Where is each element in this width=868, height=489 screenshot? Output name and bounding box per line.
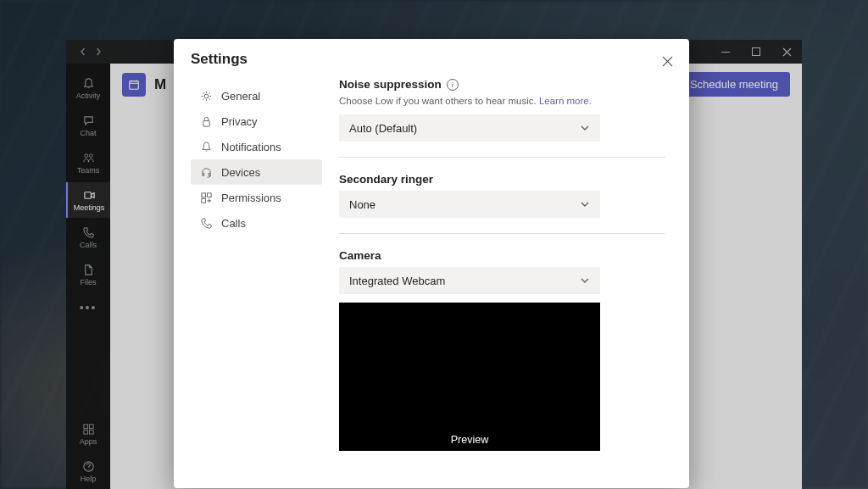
section-title: Camera (339, 249, 381, 262)
lock-icon (199, 114, 213, 128)
nav-label: Calls (221, 217, 246, 230)
camera-dropdown[interactable]: Integrated Webcam (339, 267, 600, 294)
settings-content: Noise suppression i Choose Low if you wa… (339, 51, 672, 488)
bell-icon (199, 140, 213, 153)
settings-nav-privacy[interactable]: Privacy (191, 108, 322, 134)
svg-rect-13 (201, 198, 205, 203)
noise-suppression-section: Noise suppression i Choose Low if you wa… (339, 78, 665, 158)
gear-icon (199, 89, 213, 103)
dropdown-value: Integrated Webcam (349, 275, 445, 287)
section-description: Choose Low if you want others to hear mu… (339, 96, 665, 106)
svg-rect-11 (201, 192, 205, 197)
settings-title: Settings (191, 51, 322, 68)
settings-dialog: Settings General Privacy Notifications D… (174, 39, 689, 488)
settings-sidebar: Settings General Privacy Notifications D… (191, 51, 322, 488)
headset-icon (199, 165, 213, 179)
secondary-ringer-section: Secondary ringer None (339, 173, 665, 234)
close-dialog-button[interactable] (657, 51, 677, 71)
nav-label: General (221, 90, 260, 103)
section-title: Noise suppression (339, 78, 442, 91)
section-title: Secondary ringer (339, 173, 433, 186)
info-icon[interactable]: i (447, 79, 459, 91)
camera-section: Camera Integrated Webcam Preview (339, 249, 665, 466)
settings-nav-devices[interactable]: Devices (191, 159, 322, 185)
camera-preview: Preview (339, 303, 600, 451)
nav-label: Privacy (221, 115, 258, 128)
svg-rect-10 (203, 120, 209, 126)
chevron-down-icon (580, 199, 590, 209)
dropdown-value: None (349, 198, 376, 211)
preview-label: Preview (451, 434, 488, 446)
permissions-icon (199, 191, 213, 204)
svg-rect-12 (207, 192, 211, 197)
learn-more-link[interactable]: Learn more. (539, 96, 592, 106)
settings-nav-general[interactable]: General (191, 83, 322, 108)
chevron-down-icon (580, 123, 590, 133)
nav-label: Devices (221, 166, 260, 179)
phone-icon (199, 216, 213, 230)
settings-nav-notifications[interactable]: Notifications (191, 134, 322, 159)
noise-suppression-dropdown[interactable]: Auto (Default) (339, 114, 600, 142)
nav-label: Permissions (221, 192, 281, 204)
svg-point-9 (204, 94, 209, 98)
settings-nav-permissions[interactable]: Permissions (191, 185, 322, 210)
settings-nav-calls[interactable]: Calls (191, 210, 322, 236)
secondary-ringer-dropdown[interactable]: None (339, 191, 600, 218)
dropdown-value: Auto (Default) (349, 122, 417, 135)
nav-label: Notifications (221, 141, 281, 153)
chevron-down-icon (580, 275, 590, 286)
